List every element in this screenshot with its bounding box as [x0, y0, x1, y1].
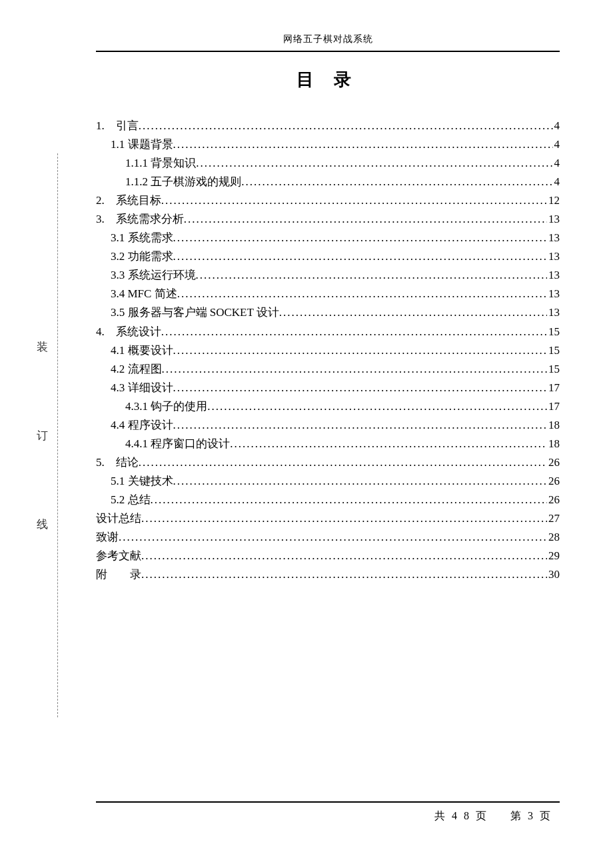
toc-leader-dots: [184, 210, 547, 229]
toc-entry-page: 13: [547, 229, 560, 247]
toc-entry: 致谢28: [96, 528, 560, 547]
toc-entry-page: 18: [547, 416, 560, 435]
toc-entry: 5. 结论 26: [96, 453, 560, 472]
toc-entry-page: 15: [547, 360, 560, 379]
toc-entry: 5.1 关键技术 26: [96, 472, 560, 491]
toc-title: 目 录: [96, 68, 560, 91]
running-header: 网络五子棋对战系统: [96, 33, 560, 51]
toc-leader-dots: [151, 491, 548, 509]
footer-page-unit1: 页: [476, 810, 493, 821]
toc-entry-label: 1.1 课题背景: [111, 135, 173, 154]
page-body: 网络五子棋对战系统 目 录 1. 引言 41.1 课题背景 41.1.1 背景知…: [96, 33, 560, 584]
toc-entry-page: 4: [553, 135, 560, 154]
toc-leader-dots: [241, 173, 552, 191]
toc-leader-dots: [173, 247, 548, 266]
toc-entry: 5.2 总结 26: [96, 491, 560, 509]
toc-entry: 附 录30: [96, 565, 560, 584]
toc-entry: 参考文献29: [96, 547, 560, 565]
toc-entry-page: 29: [547, 547, 560, 565]
toc-entry: 1.1.2 五子棋游戏的规则4: [96, 173, 560, 191]
toc-leader-dots: [139, 117, 553, 135]
toc-leader-dots: [141, 547, 547, 565]
toc-entry-page: 26: [547, 491, 560, 509]
footer-page-unit2: 页: [540, 810, 557, 821]
toc-entry: 4.4.1 程序窗口的设计 18: [96, 435, 560, 453]
toc-entry-label: 3. 系统需求分析: [96, 210, 184, 229]
toc-entry-label: 4.4 程序设计: [111, 416, 173, 435]
binding-char-bot: 线: [37, 517, 48, 532]
toc-leader-dots: [161, 191, 547, 210]
toc-entry: 4. 系统设计 15: [96, 323, 560, 341]
toc-leader-dots: [161, 323, 547, 341]
toc-entry-page: 26: [547, 472, 560, 491]
toc-entry-label: 1.1.2 五子棋游戏的规则: [125, 173, 241, 191]
toc-entry: 1.1 课题背景 4: [96, 135, 560, 154]
footer-total-label: 共: [434, 810, 452, 821]
binding-dashed-line: [57, 153, 58, 717]
toc-leader-dots: [173, 416, 548, 435]
toc-entry: 3.1 系统需求 13: [96, 229, 560, 247]
toc-entry-label: 附 录: [96, 565, 141, 584]
toc-entry-page: 4: [553, 154, 560, 173]
header-rule: [96, 51, 560, 52]
toc-entry-label: 3.1 系统需求: [111, 229, 173, 247]
binding-char-top: 装: [37, 339, 48, 355]
toc-leader-dots: [162, 360, 548, 379]
toc-entry: 1. 引言 4: [96, 117, 560, 135]
toc-entry: 3.2 功能需求 13: [96, 247, 560, 266]
toc-entry: 4.4 程序设计 18: [96, 416, 560, 435]
toc-leader-dots: [119, 528, 547, 547]
toc-entry-page: 18: [547, 435, 560, 453]
toc-entry-label: 致谢: [96, 528, 119, 547]
toc-entry: 3. 系统需求分析 13: [96, 210, 560, 229]
toc-entry-page: 13: [547, 266, 560, 285]
toc-entry-page: 15: [547, 341, 560, 360]
toc-entry-page: 28: [547, 528, 560, 547]
toc-entry-label: 5.1 关键技术: [111, 472, 173, 491]
binding-char-mid: 订: [37, 428, 48, 443]
toc-entry: 3.5 服务器与客户端 SOCKET 设计 13: [96, 303, 560, 322]
toc-leader-dots: [173, 135, 553, 154]
toc-entry: 2. 系统目标 12: [96, 191, 560, 210]
toc-entry: 设计总结27: [96, 509, 560, 528]
toc-entry-label: 4.1 概要设计: [111, 341, 173, 360]
toc-leader-dots: [141, 565, 547, 584]
binding-labels: 装 订 线: [37, 153, 48, 717]
toc-entry-label: 4.3.1 钩子的使用: [125, 397, 207, 416]
page-footer: 共48页 第3页: [96, 801, 560, 823]
toc-entry-page: 12: [547, 191, 560, 210]
toc-entry: 3.4 MFC 简述13: [96, 285, 560, 303]
toc-leader-dots: [230, 435, 547, 453]
toc-leader-dots: [173, 379, 548, 397]
toc-entry-page: 13: [547, 210, 560, 229]
toc-leader-dots: [139, 453, 547, 472]
toc-entry-label: 1.1.1 背景知识: [125, 154, 196, 173]
footer-rule: [96, 801, 560, 803]
toc-entry-label: 3.2 功能需求: [111, 247, 173, 266]
toc-entry-page: 4: [553, 173, 560, 191]
toc-entry: 4.1 概要设计 15: [96, 341, 560, 360]
toc-entry: 1.1.1 背景知识4: [96, 154, 560, 173]
toc-leader-dots: [141, 509, 547, 528]
toc-entry-page: 27: [547, 509, 560, 528]
toc-entry-label: 设计总结: [96, 509, 141, 528]
footer-current-label: 第: [510, 810, 528, 821]
toc-entry-label: 4.3 详细设计: [111, 379, 173, 397]
toc-entry-label: 3.3 系统运行环境: [111, 266, 196, 285]
toc-entry-page: 13: [547, 285, 560, 303]
toc-list: 1. 引言 41.1 课题背景 41.1.1 背景知识41.1.2 五子棋游戏的…: [96, 117, 560, 584]
toc-entry-page: 17: [547, 397, 560, 416]
toc-leader-dots: [207, 397, 547, 416]
footer-current-page: 3: [528, 810, 540, 821]
footer-total-pages: 48: [452, 810, 476, 821]
toc-entry-page: 26: [547, 453, 560, 472]
toc-entry: 4.3 详细设计 17: [96, 379, 560, 397]
toc-entry-page: 15: [547, 323, 560, 341]
toc-entry: 3.3 系统运行环境 13: [96, 266, 560, 285]
toc-leader-dots: [173, 229, 548, 247]
toc-entry-page: 17: [547, 379, 560, 397]
toc-entry-page: 30: [547, 565, 560, 584]
toc-leader-dots: [173, 472, 548, 491]
toc-entry-label: 参考文献: [96, 547, 141, 565]
toc-entry-page: 13: [547, 247, 560, 266]
